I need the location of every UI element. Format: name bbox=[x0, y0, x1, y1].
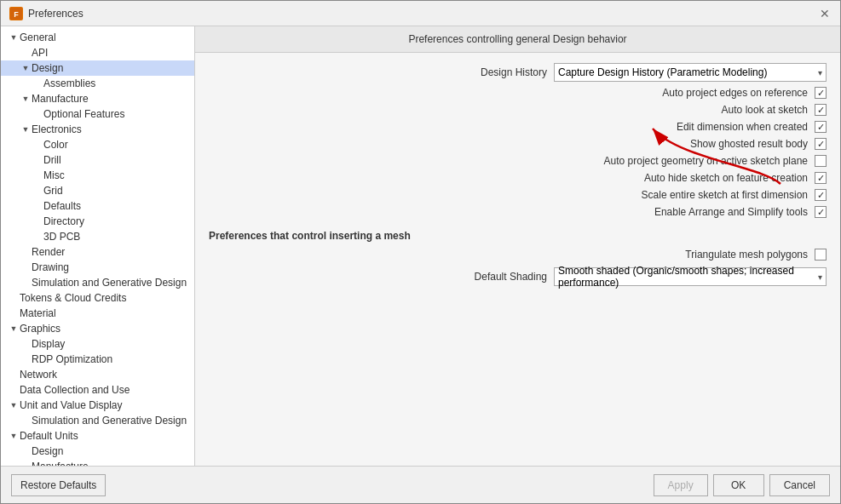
svg-text:F: F bbox=[14, 10, 19, 19]
sidebar-item-3dpcb[interactable]: 3D PCB bbox=[1, 229, 194, 244]
toggle-icon-drill bbox=[32, 154, 43, 166]
checkbox-row-4: Auto project geometry on active sketch p… bbox=[209, 155, 827, 167]
checkbox-input-2[interactable] bbox=[815, 121, 827, 133]
checkbox-label-2: Edit dimension when created bbox=[499, 121, 815, 133]
preferences-window: F Preferences ✕ ▼GeneralAPI▼DesignAssemb… bbox=[0, 0, 841, 504]
checkbox-input-5[interactable] bbox=[815, 172, 827, 184]
sidebar-item-label-rdp: RDP Optimization bbox=[32, 353, 191, 365]
sidebar-item-default-units[interactable]: ▼Default Units bbox=[1, 428, 194, 444]
checkbox-label-7: Enable Arrange and Simplify tools bbox=[499, 206, 815, 218]
cancel-button[interactable]: Cancel bbox=[769, 474, 830, 496]
sidebar-item-label-3dpcb: 3D PCB bbox=[43, 231, 191, 243]
sidebar-item-label-grid: Grid bbox=[43, 185, 191, 197]
restore-defaults-button[interactable]: Restore Defaults bbox=[11, 474, 106, 496]
mesh-checkbox-row-0: Triangulate mesh polygons bbox=[209, 249, 827, 261]
sidebar-item-label-unit-value: Unit and Value Display bbox=[20, 399, 191, 411]
mesh-checkbox-input-0[interactable] bbox=[815, 249, 827, 261]
toggle-icon-drawing bbox=[20, 261, 32, 273]
sidebar-item-assemblies[interactable]: Assemblies bbox=[1, 76, 194, 91]
footer-right: Apply OK Cancel bbox=[654, 474, 830, 496]
apply-button[interactable]: Apply bbox=[654, 474, 708, 496]
checkbox-input-6[interactable] bbox=[815, 189, 827, 201]
checkbox-label-5: Auto hide sketch on feature creation bbox=[499, 172, 815, 184]
sidebar-item-grid[interactable]: Grid bbox=[1, 183, 194, 198]
sidebar-item-electronics[interactable]: ▼Electronics bbox=[1, 122, 194, 137]
checkbox-input-3[interactable] bbox=[815, 138, 827, 150]
mesh-section: Preferences that control inserting a mes… bbox=[209, 230, 827, 286]
sidebar-item-design[interactable]: ▼Design bbox=[1, 60, 194, 76]
sidebar-item-design-units[interactable]: Design bbox=[1, 444, 194, 459]
checkbox-row-6: Scale entire sketch at first dimension bbox=[209, 189, 827, 201]
sidebar-item-general[interactable]: ▼General bbox=[1, 30, 194, 45]
mesh-checkbox-label-0: Triangulate mesh polygons bbox=[499, 249, 815, 261]
toggle-icon-3dpcb bbox=[32, 231, 43, 243]
sidebar-item-label-electronics: Electronics bbox=[32, 123, 191, 135]
checkbox-row-1: Auto look at sketch bbox=[209, 104, 827, 116]
app-icon: F bbox=[9, 7, 23, 20]
checkbox-label-6: Scale entire sketch at first dimension bbox=[499, 189, 815, 201]
sidebar-item-label-data-collection: Data Collection and Use bbox=[20, 384, 191, 396]
toggle-icon-design-units bbox=[20, 445, 32, 457]
sidebar-item-network[interactable]: Network bbox=[1, 367, 194, 382]
sidebar-item-optional-features[interactable]: Optional Features bbox=[1, 106, 194, 122]
sidebar-item-api[interactable]: API bbox=[1, 45, 194, 60]
checkbox-row-2: Edit dimension when created bbox=[209, 121, 827, 133]
sidebar-item-graphics[interactable]: ▼Graphics bbox=[1, 321, 194, 336]
toggle-icon-api bbox=[20, 47, 32, 59]
sidebar-item-label-drawing: Drawing bbox=[32, 261, 191, 273]
sidebar-item-sim-gen-design-gen[interactable]: Simulation and Generative Design bbox=[1, 275, 194, 290]
toggle-icon-optional-features bbox=[32, 108, 43, 120]
footer: Restore Defaults Apply OK Cancel bbox=[1, 466, 840, 503]
sidebar-item-data-collection[interactable]: Data Collection and Use bbox=[1, 382, 194, 398]
sidebar-item-tokens[interactable]: Tokens & Cloud Credits bbox=[1, 290, 194, 306]
window-title: Preferences bbox=[28, 8, 84, 20]
toggle-icon-default-units: ▼ bbox=[8, 430, 20, 442]
sidebar-item-material[interactable]: Material bbox=[1, 306, 194, 321]
shading-dropdown-arrow-icon: ▾ bbox=[818, 272, 822, 282]
default-shading-value: Smooth shaded (Organic/smooth shapes; in… bbox=[558, 265, 818, 289]
sidebar-item-manufacture[interactable]: ▼Manufacture bbox=[1, 91, 194, 106]
sidebar-item-directory[interactable]: Directory bbox=[1, 214, 194, 229]
checkbox-input-7[interactable] bbox=[815, 206, 827, 218]
design-history-value: Capture Design History (Parametric Model… bbox=[558, 66, 767, 78]
toggle-icon-manufacture: ▼ bbox=[20, 93, 32, 105]
sidebar-item-misc[interactable]: Misc bbox=[1, 168, 194, 183]
toggle-icon-unit-value: ▼ bbox=[8, 399, 20, 411]
checkbox-row-3: Show ghosted result body bbox=[209, 138, 827, 150]
close-button[interactable]: ✕ bbox=[818, 7, 832, 20]
sidebar-item-unit-value[interactable]: ▼Unit and Value Display bbox=[1, 398, 194, 413]
toggle-icon-design: ▼ bbox=[20, 62, 32, 74]
checkbox-input-4[interactable] bbox=[815, 155, 827, 167]
checkboxes-container: Auto project edges on referenceAuto look… bbox=[209, 87, 827, 218]
sidebar-item-label-render: Render bbox=[32, 246, 191, 258]
checkbox-row-5: Auto hide sketch on feature creation bbox=[209, 172, 827, 184]
sidebar-item-manufacture-units[interactable]: Manufacture bbox=[1, 459, 194, 466]
main-content: ▼GeneralAPI▼DesignAssemblies▼Manufacture… bbox=[1, 26, 840, 466]
sidebar-item-sim-gen-unit[interactable]: Simulation and Generative Design bbox=[1, 413, 194, 428]
sidebar-item-display[interactable]: Display bbox=[1, 336, 194, 352]
default-shading-dropdown[interactable]: Smooth shaded (Organic/smooth shapes; in… bbox=[554, 267, 827, 286]
toggle-icon-sim-gen-design-gen bbox=[20, 277, 32, 289]
sidebar-item-label-api: API bbox=[32, 47, 191, 59]
checkbox-input-0[interactable] bbox=[815, 87, 827, 99]
default-shading-row: Default Shading Smooth shaded (Organic/s… bbox=[209, 267, 827, 286]
sidebar-item-color[interactable]: Color bbox=[1, 137, 194, 152]
sidebar-item-drawing[interactable]: Drawing bbox=[1, 260, 194, 275]
sidebar-item-label-sim-gen-design-gen: Simulation and Generative Design bbox=[32, 277, 191, 289]
checkbox-label-3: Show ghosted result body bbox=[499, 138, 815, 150]
sidebar-item-rdp[interactable]: RDP Optimization bbox=[1, 352, 194, 367]
title-bar: F Preferences ✕ bbox=[1, 1, 840, 26]
sidebar-item-label-network: Network bbox=[20, 369, 191, 381]
sidebar-item-defaults[interactable]: Defaults bbox=[1, 198, 194, 214]
checkbox-label-4: Auto project geometry on active sketch p… bbox=[499, 155, 815, 167]
toggle-icon-directory bbox=[32, 215, 43, 227]
toggle-icon-defaults bbox=[32, 200, 43, 212]
toggle-icon-general: ▼ bbox=[8, 32, 20, 43]
design-history-row: Design History Capture Design History (P… bbox=[209, 63, 827, 82]
sidebar-item-render[interactable]: Render bbox=[1, 244, 194, 260]
sidebar-item-drill[interactable]: Drill bbox=[1, 152, 194, 168]
ok-button[interactable]: OK bbox=[713, 474, 764, 496]
checkbox-input-1[interactable] bbox=[815, 104, 827, 116]
sidebar-item-label-graphics: Graphics bbox=[20, 323, 191, 335]
design-history-dropdown[interactable]: Capture Design History (Parametric Model… bbox=[554, 63, 827, 82]
